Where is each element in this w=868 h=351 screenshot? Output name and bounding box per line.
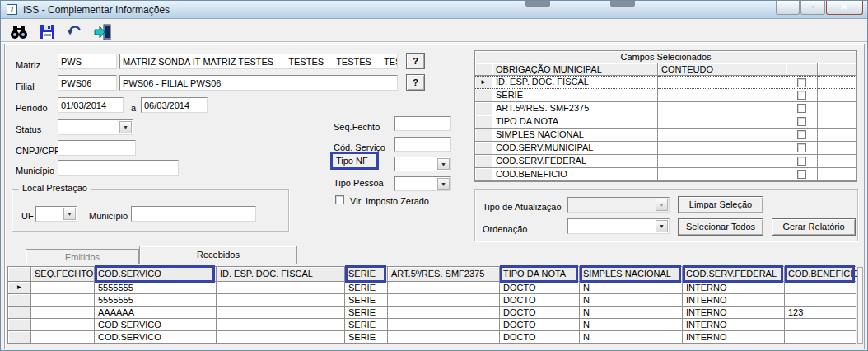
grid-cell[interactable] <box>31 294 95 307</box>
grid-cell[interactable] <box>217 319 345 331</box>
close-button[interactable]: ✕ <box>826 1 863 15</box>
matriz-code-input[interactable]: PWS <box>58 54 117 69</box>
campos-row[interactable]: SERIE <box>475 89 856 102</box>
periodo-from-input[interactable]: 01/03/2014 <box>58 97 124 113</box>
row-marker-cell[interactable] <box>475 115 492 129</box>
row-checkbox[interactable] <box>797 130 806 139</box>
cnpj-cpf-input[interactable] <box>58 140 136 156</box>
campos-obrigacao-cell[interactable]: TIPO DA NOTA <box>492 115 658 129</box>
grid-cell[interactable]: INTERNO <box>683 294 785 307</box>
grid-cell[interactable]: SERIE <box>345 282 388 294</box>
campos-conteudo-cell[interactable] <box>658 155 786 168</box>
cod-servico-input[interactable] <box>394 137 451 152</box>
search-button[interactable] <box>7 21 30 41</box>
grid-cell[interactable] <box>785 331 856 344</box>
tab-recebidos[interactable]: Recebidos <box>139 246 297 264</box>
grid-scrollbar[interactable] <box>857 267 863 344</box>
grid-cell[interactable]: INTERNO <box>683 307 785 319</box>
save-button[interactable] <box>35 21 58 41</box>
row-marker-cell[interactable] <box>8 319 31 331</box>
grid-cell[interactable]: N <box>580 331 683 344</box>
row-marker-cell[interactable] <box>475 102 492 115</box>
chevron-down-icon[interactable]: ▼ <box>119 121 132 133</box>
filial-help-button[interactable]: ? <box>406 74 425 91</box>
row-checkbox[interactable] <box>797 170 806 179</box>
row-marker-cell[interactable] <box>8 294 31 307</box>
grid-cell[interactable]: SERIE <box>345 331 388 344</box>
grid-cell[interactable]: N <box>580 282 683 294</box>
grid-cell[interactable] <box>31 319 95 331</box>
grid-cell[interactable]: INTERNO <box>683 282 785 294</box>
tab-emitidos[interactable]: Emitidos <box>26 249 139 264</box>
campos-conteudo-cell[interactable] <box>658 102 786 115</box>
campos-col-conteudo[interactable]: CONTEUDO <box>658 63 786 76</box>
campos-row[interactable]: COD.SERV.FEDERAL <box>475 155 856 168</box>
grid-cell[interactable]: N <box>580 294 683 307</box>
vlr-imposto-zerado-checkbox[interactable] <box>335 195 344 204</box>
grid-cell[interactable] <box>785 294 856 307</box>
ordenacao-select[interactable]: ▼ <box>567 218 670 234</box>
matriz-help-button[interactable]: ? <box>406 53 425 69</box>
chevron-down-icon[interactable]: ▼ <box>63 208 76 220</box>
campos-row[interactable]: SIMPLES NACIONAL <box>475 129 856 142</box>
grid-row[interactable]: ► 5555555 SERIE DOCTO N INTERNO <box>8 282 856 294</box>
limpar-selecao-button[interactable]: Limpar Seleção <box>678 196 763 213</box>
maximize-button[interactable]: ▫ <box>800 1 825 15</box>
grid-cell[interactable] <box>217 294 345 307</box>
chevron-down-icon[interactable]: ▼ <box>656 220 668 232</box>
campos-obrigacao-cell[interactable]: SERIE <box>492 89 658 102</box>
undo-button[interactable] <box>63 21 86 41</box>
grid-cell[interactable]: DOCTO <box>500 319 580 331</box>
grid-cell[interactable]: COD.SERVICO <box>95 331 217 344</box>
row-marker[interactable]: ► <box>8 282 31 294</box>
municipio-input[interactable] <box>58 160 179 176</box>
tipo-pessoa-select[interactable]: ▼ <box>394 176 451 191</box>
grid-cell[interactable] <box>31 307 95 319</box>
campos-conteudo-cell[interactable] <box>658 89 786 102</box>
grid-col-id-esp-doc-fiscal[interactable]: ID. ESP. DOC. FISCAL <box>217 267 345 282</box>
campos-row[interactable]: ► ID. ESP. DOC. FISCAL <box>475 76 856 89</box>
grid-cell[interactable] <box>785 319 856 331</box>
row-marker-cell[interactable] <box>475 89 492 102</box>
grid-cell[interactable] <box>388 282 500 294</box>
row-checkbox[interactable] <box>797 143 806 152</box>
campos-obrigacao-cell[interactable]: ART.5º/RES. SMF2375 <box>492 102 658 115</box>
campos-row[interactable]: ART.5º/RES. SMF2375 <box>475 102 856 115</box>
chevron-down-icon[interactable]: ▼ <box>437 158 450 170</box>
uf-select[interactable]: ▼ <box>35 206 77 222</box>
campos-conteudo-cell[interactable] <box>658 168 786 181</box>
grid-cell[interactable]: SERIE <box>345 294 388 307</box>
filial-code-input[interactable]: PWS06 <box>58 75 117 91</box>
grid-cell[interactable]: DOCTO <box>500 331 580 344</box>
row-checkbox[interactable] <box>797 91 806 100</box>
periodo-to-input[interactable]: 06/03/2014 <box>141 97 208 113</box>
grid-col-cod-beneficio[interactable]: COD.BENEFICIO <box>785 267 856 282</box>
campos-conteudo-cell[interactable] <box>658 115 786 129</box>
grid-col-simples-nacional[interactable]: SIMPLES NACIONAL <box>580 267 683 282</box>
grid-cell[interactable] <box>388 331 500 344</box>
grid-cell[interactable] <box>388 294 500 307</box>
grid-row[interactable]: COD.SERVICO SERIE DOCTO N INTERNO <box>8 331 856 344</box>
grid-cell[interactable] <box>217 282 345 294</box>
campos-obrigacao-cell[interactable]: COD.SERV.FEDERAL <box>492 155 658 168</box>
row-marker-cell[interactable] <box>8 331 31 344</box>
campos-obrigacao-cell[interactable]: COD.BENEFICIO <box>492 168 658 181</box>
status-select[interactable]: 01 - Ativo ▼ <box>58 119 133 135</box>
campos-row[interactable]: TIPO DA NOTA <box>475 115 856 129</box>
campos-obrigacao-cell[interactable]: ID. ESP. DOC. FISCAL <box>492 76 658 89</box>
row-marker[interactable]: ► <box>475 76 492 89</box>
seq-fechto-input[interactable] <box>394 116 451 131</box>
grid-cell[interactable]: DOCTO <box>500 307 580 319</box>
row-marker-cell[interactable] <box>475 142 492 155</box>
grid-col-seq-fechto[interactable]: SEQ.FECHTO <box>31 267 95 282</box>
gerar-relatorio-button[interactable]: Gerar Relatório <box>772 218 856 236</box>
campos-obrigacao-cell[interactable]: SIMPLES NACIONAL <box>492 129 658 142</box>
grid-cell[interactable]: INTERNO <box>683 319 785 331</box>
grid-cell[interactable] <box>217 307 345 319</box>
campos-conteudo-cell[interactable] <box>658 129 786 142</box>
campos-row[interactable]: COD.SERV.MUNICIPAL <box>475 142 856 155</box>
minimize-button[interactable]: — <box>776 1 800 15</box>
grid-col-tipo-da-nota[interactable]: TIPO DA NOTA <box>500 267 580 282</box>
row-marker-cell[interactable] <box>475 129 492 142</box>
grid-cell[interactable] <box>388 319 500 331</box>
